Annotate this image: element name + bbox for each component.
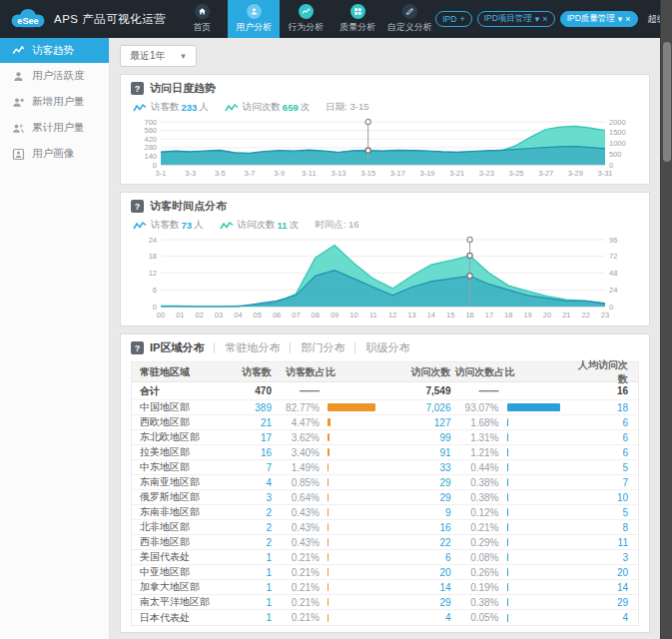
sidebar-item-visitor-trend[interactable]: 访客趋势 (0, 38, 109, 63)
visits-pct-bar (507, 478, 565, 486)
visitors-count[interactable]: 389 (224, 402, 272, 413)
tab-department-distribution[interactable]: 部门分布 (301, 340, 344, 355)
visitors-count[interactable]: 2 (224, 507, 272, 518)
series-line-icon (133, 221, 147, 231)
project-pill-0[interactable]: IPD+ (435, 11, 471, 27)
visits-count[interactable]: 29 (395, 492, 451, 503)
table-row: 美国代表处10.21%60.08%3 (132, 550, 638, 565)
region-name: 中亚地区部 (132, 565, 224, 579)
legend-label: 访客数 (151, 219, 180, 232)
daily-trend-chart[interactable]: 014028042056070005001000150020003-13-33-… (131, 116, 639, 178)
svg-text:04: 04 (234, 311, 242, 320)
person-icon (247, 4, 262, 19)
date-range-dropdown[interactable]: 最近1年 ▼ (120, 45, 197, 67)
sidebar-item-user-activity[interactable]: 用户活跃度 (0, 63, 109, 89)
person-plus-icon (12, 96, 25, 109)
visitors-count[interactable]: 470 (224, 385, 272, 396)
visits-count[interactable]: 29 (395, 597, 451, 608)
region-name: 东南亚地区部 (132, 475, 224, 489)
visitors-count[interactable]: 2 (224, 537, 272, 548)
esee-logo[interactable]: eSee (7, 6, 49, 32)
visitors-count[interactable]: 16 (224, 447, 272, 458)
svg-text:560: 560 (144, 126, 157, 135)
visits-count[interactable]: 22 (395, 537, 451, 548)
chevron-down-icon[interactable]: ▾ (535, 15, 540, 24)
visits-count[interactable]: 20 (395, 567, 451, 578)
nav-item-custom-analysis[interactable]: 自定义分析 (383, 0, 435, 38)
tab-ip-region-distribution[interactable]: IP区域分布 (150, 340, 204, 355)
scrollbar-thumb[interactable] (663, 42, 671, 162)
svg-text:3-21: 3-21 (449, 169, 464, 178)
sidebar: 访客趋势用户活跃度新增用户量累计用户量用户画像 (0, 38, 110, 639)
app-root: eSee APS 产品可视化运营 首页用户分析行为分析质量分析自定义分析 IPD… (0, 0, 672, 639)
col-visits[interactable]: 访问次数 (395, 365, 451, 379)
tab-rank-distribution[interactable]: 职级分布 (365, 340, 409, 355)
visits-count[interactable]: 33 (395, 462, 451, 473)
visitors-count[interactable]: 1 (224, 582, 272, 593)
visits-pct: 0.38% (451, 477, 499, 488)
visitors-pct-bar (328, 598, 385, 606)
nav-item-quality-analysis[interactable]: 质量分析 (332, 0, 383, 38)
visits-count[interactable]: 16 (395, 522, 451, 533)
visitors-count[interactable]: 1 (224, 612, 272, 623)
legend-item[interactable]: 访问次数659次 (225, 101, 310, 114)
close-icon[interactable]: × (625, 15, 630, 24)
legend-item[interactable]: 访客数73人 (133, 219, 204, 232)
visitors-count[interactable]: 1 (224, 552, 272, 563)
visits-count[interactable]: 127 (395, 417, 451, 428)
table-row: 东南亚地区部40.85%290.38%7 (132, 475, 638, 490)
svg-text:19: 19 (523, 311, 531, 320)
visits-count[interactable]: 7,026 (395, 402, 451, 413)
visitors-count[interactable]: 2 (224, 522, 272, 533)
nav-item-behavior-analysis[interactable]: 行为分析 (280, 0, 332, 38)
help-icon[interactable]: ? (131, 341, 144, 354)
help-icon[interactable]: ? (131, 82, 144, 95)
project-pill-2[interactable]: IPD质量管理▾× (560, 11, 638, 27)
col-avg-visits[interactable]: 人均访问次数 (574, 358, 638, 386)
col-visitors-pct[interactable]: 访客数占比 (272, 365, 336, 379)
visits-count[interactable]: 4 (395, 612, 451, 623)
col-visitors[interactable]: 访客数 (224, 365, 272, 379)
nav-item-user-analysis[interactable]: 用户分析 (228, 0, 280, 38)
plus-icon[interactable]: + (459, 15, 464, 24)
tab-label: 职级分布 (365, 340, 409, 355)
visitors-pct-bar (328, 478, 385, 486)
visits-count[interactable]: 6 (395, 552, 451, 563)
tab-residence-distribution[interactable]: 常驻地分布 (225, 340, 280, 355)
col-visits-pct[interactable]: 访问次数占比 (451, 365, 515, 379)
chevron-down-icon[interactable]: ▾ (618, 15, 623, 24)
sidebar-item-user-profile[interactable]: 用户画像 (0, 141, 109, 167)
project-pill-1[interactable]: IPD项目管理▾× (477, 11, 555, 27)
visitors-count[interactable]: 1 (224, 597, 272, 608)
table-row: 日本代表处10.21%40.05%4 (132, 610, 638, 625)
visits-count[interactable]: 9 (395, 507, 451, 518)
visitors-count[interactable]: 17 (224, 432, 272, 443)
visitors-count[interactable]: 21 (224, 417, 272, 428)
visits-count[interactable]: 29 (395, 477, 451, 488)
close-icon[interactable]: × (542, 15, 547, 24)
nav-item-home[interactable]: 首页 (176, 0, 228, 38)
nav-item-label: 用户分析 (236, 21, 272, 34)
legend-item[interactable]: 访问次数11次 (220, 219, 300, 232)
help-icon[interactable]: ? (131, 200, 144, 213)
visitors-count[interactable]: 7 (224, 462, 272, 473)
page-scrollbar[interactable] (660, 0, 672, 639)
hourly-distribution-chart[interactable]: 0612182402448729600010203040506070809101… (131, 234, 639, 320)
col-region[interactable]: 常驻地区域 (132, 365, 224, 379)
series-line-icon (225, 103, 239, 113)
svg-text:01: 01 (176, 311, 184, 320)
region-name: 中国地区部 (132, 400, 224, 414)
visitors-count[interactable]: 1 (224, 567, 272, 578)
visits-count[interactable]: 14 (395, 582, 451, 593)
visitors-count[interactable]: 3 (224, 492, 272, 503)
visits-count[interactable]: 91 (395, 447, 451, 458)
legend-item[interactable]: 访客数233人 (133, 101, 209, 114)
region-name: 西欧地区部 (132, 415, 224, 429)
sidebar-item-new-users[interactable]: 新增用户量 (0, 89, 109, 115)
visits-count[interactable]: 99 (395, 432, 451, 443)
svg-text:2000: 2000 (609, 118, 626, 127)
visitors-count[interactable]: 4 (224, 477, 272, 488)
svg-text:13: 13 (407, 311, 415, 320)
sidebar-item-total-users[interactable]: 累计用户量 (0, 115, 109, 141)
visits-count[interactable]: 7,549 (395, 385, 451, 396)
